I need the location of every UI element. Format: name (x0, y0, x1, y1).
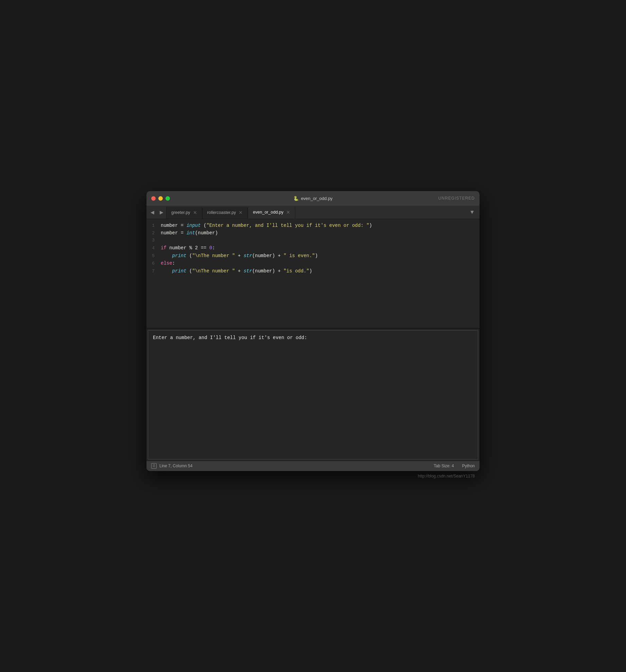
token: (number) (195, 230, 218, 236)
tab-nav-back[interactable]: ◀ (148, 206, 157, 219)
token: "Enter a number, and I'll tell you if it… (206, 223, 369, 228)
token: str (244, 253, 252, 258)
line-number: 3 (146, 237, 161, 244)
token: ( (187, 253, 192, 258)
token: input (187, 223, 201, 228)
token: str (244, 268, 252, 274)
statusbar-right: Tab Size: 4 Python (434, 464, 475, 468)
tab-greeter[interactable]: greeter.py ✕ (166, 207, 202, 219)
watermark: http://blog.csdn.net/SeanY1178 (146, 471, 480, 481)
tab-even-or-odd-label: even_or_odd.py (253, 210, 283, 215)
line-number: 1 (146, 222, 161, 230)
token: print (172, 253, 187, 258)
code-editor[interactable]: 1number = input ("Enter a number, and I'… (146, 219, 480, 328)
code-line-4: 4if number % 2 == 0: (146, 244, 480, 252)
token: "is odd." (283, 268, 309, 274)
token: number (161, 230, 178, 236)
code-line-7: 7 print ("\nThe number " + str(number) +… (146, 267, 480, 275)
tab-size: Tab Size: 4 (434, 464, 454, 468)
token: number (167, 245, 189, 251)
token: " is even." (283, 253, 315, 258)
code-line-3: 3 (146, 237, 480, 244)
maximize-button[interactable] (166, 196, 170, 201)
token: ) (369, 223, 372, 228)
token (161, 253, 172, 258)
window-title: 🐍 even_or_odd.py (293, 196, 332, 201)
line-number: 7 (146, 268, 161, 275)
token: (number) (252, 253, 275, 258)
language: Python (462, 464, 475, 468)
tab-even-or-odd-close[interactable]: ✕ (286, 210, 290, 215)
token: + (235, 253, 243, 258)
token: ) (309, 268, 312, 274)
tabbar: ◀ ▶ greeter.py ✕ rollercoaster.py ✕ even… (146, 206, 480, 219)
line-number: 2 (146, 230, 161, 237)
close-button[interactable] (151, 196, 156, 201)
tab-even-or-odd[interactable]: even_or_odd.py ✕ (248, 207, 295, 219)
tab-rollercoaster[interactable]: rollercoaster.py ✕ (202, 207, 248, 219)
token: int (187, 230, 195, 236)
token: else (161, 261, 172, 266)
editor-area: 1number = input ("Enter a number, and I'… (146, 219, 480, 328)
token: : (212, 245, 215, 251)
editor-window: 🐍 even_or_odd.py UNREGISTERED ◀ ▶ greete… (146, 191, 480, 471)
code-line-5: 5 print ("\nThe number " + str(number) +… (146, 252, 480, 260)
tab-greeter-close[interactable]: ✕ (193, 210, 197, 215)
console-output[interactable]: Enter a number, and I'll tell you if it'… (148, 330, 478, 459)
unregistered-label: UNREGISTERED (438, 196, 475, 201)
watermark-text: http://blog.csdn.net/SeanY1178 (418, 474, 475, 478)
token (161, 268, 172, 274)
code-line-1: 1number = input ("Enter a number, and I'… (146, 222, 480, 230)
tab-nav-forward[interactable]: ▶ (157, 206, 166, 219)
code-line-6: 6else: (146, 259, 480, 267)
file-icon: 🐍 (293, 196, 299, 201)
line-content: number = int(number) (161, 229, 218, 237)
titlebar: 🐍 even_or_odd.py UNREGISTERED (146, 191, 480, 206)
statusbar-icon: ☰ (151, 463, 157, 469)
line-content: else: (161, 259, 175, 267)
token: if (161, 245, 167, 251)
console-prompt-text: Enter a number, and I'll tell you if it'… (153, 335, 307, 340)
token: = (178, 223, 186, 228)
token: number (161, 223, 178, 228)
token: + (275, 268, 283, 274)
token: "\nThe number " (192, 253, 235, 258)
line-content: print ("\nThe number " + str(number) + "… (161, 267, 312, 275)
tab-rollercoaster-label: rollercoaster.py (207, 210, 236, 215)
token: ) (315, 253, 318, 258)
line-number: 6 (146, 260, 161, 267)
token: print (172, 268, 187, 274)
cursor-position: Line 7, Column 54 (159, 464, 192, 468)
traffic-lights (151, 196, 170, 201)
token: + (275, 253, 283, 258)
token: = (178, 230, 186, 236)
line-content: print ("\nThe number " + str(number) + "… (161, 252, 318, 259)
tab-spacer (295, 206, 466, 219)
minimize-button[interactable] (158, 196, 163, 201)
token: (number) (252, 268, 275, 274)
line-content: number = input ("Enter a number, and I'l… (161, 222, 372, 229)
tab-greeter-label: greeter.py (171, 210, 190, 215)
token: + (235, 268, 243, 274)
token: ( (187, 268, 192, 274)
token: ( (201, 223, 207, 228)
token: % 2 == (189, 245, 206, 251)
token: "\nThe number " (192, 268, 235, 274)
token: 0 (206, 245, 212, 251)
line-number: 5 (146, 253, 161, 260)
tab-rollercoaster-close[interactable]: ✕ (239, 210, 243, 215)
console-separator (146, 328, 480, 329)
code-line-2: 2number = int(number) (146, 229, 480, 237)
tab-dropdown[interactable]: ▼ (466, 206, 478, 219)
line-number: 4 (146, 245, 161, 252)
statusbar: ☰ Line 7, Column 54 Tab Size: 4 Python (146, 461, 480, 471)
token: : (172, 261, 175, 266)
line-content: if number % 2 == 0: (161, 244, 215, 252)
window-title-text: even_or_odd.py (301, 196, 332, 201)
